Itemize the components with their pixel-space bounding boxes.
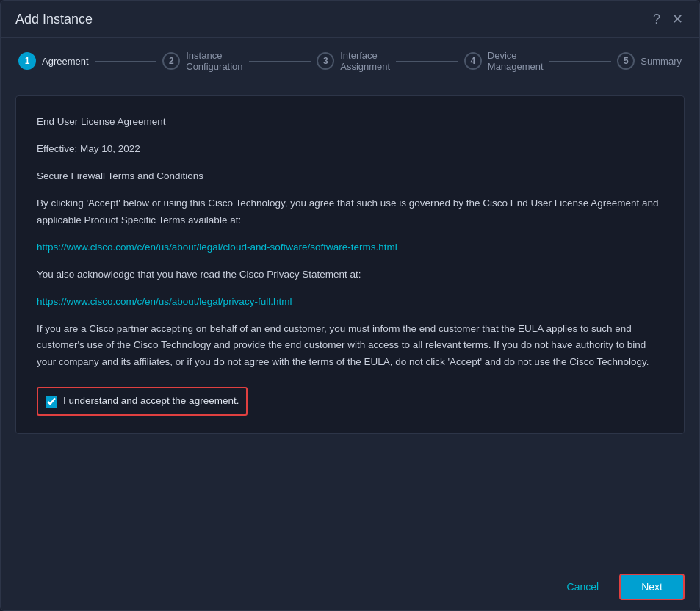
eula-body3: If you are a Cisco partner accepting on … (37, 321, 663, 372)
step-2: 2 InstanceConfiguration (162, 50, 242, 72)
dialog-header: Add Instance ? ✕ (1, 1, 699, 38)
step-5-label: Summary (641, 56, 682, 67)
step-4: 4 DeviceManagement (464, 50, 544, 72)
step-5: 5 Summary (617, 52, 682, 70)
accept-label[interactable]: I understand and accept the agreement. (63, 393, 239, 410)
step-1-circle: 1 (18, 52, 36, 70)
dialog-footer: Cancel Next (1, 563, 699, 610)
help-icon: ? (653, 12, 660, 26)
step-3-label: InterfaceAssignment (340, 50, 390, 72)
close-button[interactable]: ✕ (671, 11, 685, 27)
stepper: 1 Agreement 2 InstanceConfiguration 3 In… (1, 38, 699, 84)
step-2-circle: 2 (162, 52, 180, 70)
accept-row: I understand and accept the agreement. (37, 387, 248, 416)
next-button[interactable]: Next (619, 574, 685, 600)
eula-terms-heading: Secure Firewall Terms and Conditions (37, 168, 663, 185)
step-3: 3 InterfaceAssignment (317, 50, 390, 72)
dialog-title: Add Instance (15, 12, 93, 27)
step-1: 1 Agreement (18, 52, 89, 70)
step-2-label: InstanceConfiguration (186, 50, 242, 72)
eula-link2[interactable]: https://www.cisco.com/c/en/us/about/lega… (37, 296, 292, 307)
content-area: End User License Agreement Effective: Ma… (1, 84, 699, 563)
step-1-label: Agreement (42, 56, 89, 67)
eula-link1[interactable]: https://www.cisco.com/c/en/us/about/lega… (37, 242, 397, 253)
eula-box: End User License Agreement Effective: Ma… (15, 95, 685, 434)
step-4-label: DeviceManagement (488, 50, 544, 72)
help-button[interactable]: ? (652, 11, 662, 27)
connector-4-5 (549, 61, 612, 62)
connector-3-4 (396, 61, 458, 62)
cancel-button[interactable]: Cancel (555, 575, 611, 599)
step-5-circle: 5 (617, 52, 635, 70)
step-3-circle: 3 (317, 52, 334, 70)
eula-effective: Effective: May 10, 2022 (37, 141, 663, 158)
connector-2-3 (249, 61, 311, 62)
step-4-circle: 4 (464, 52, 482, 70)
accept-checkbox[interactable] (46, 396, 57, 408)
eula-body2: You also acknowledge that you have read … (37, 267, 663, 283)
eula-body1: By clicking 'Accept' below or using this… (37, 195, 663, 229)
add-instance-dialog: Add Instance ? ✕ 1 Agreement 2 InstanceC… (0, 0, 700, 611)
close-icon: ✕ (672, 12, 683, 26)
header-actions: ? ✕ (652, 11, 685, 27)
connector-1-2 (95, 61, 157, 62)
eula-title: End User License Agreement (37, 114, 663, 131)
